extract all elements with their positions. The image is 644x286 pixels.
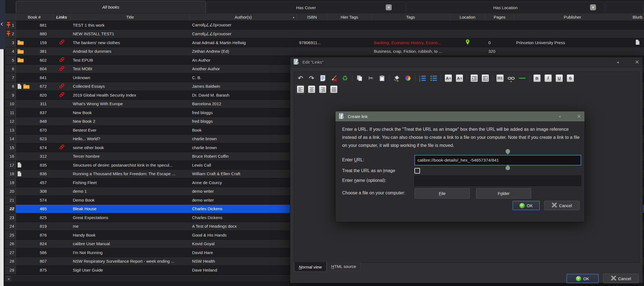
cell-links[interactable] [53,205,71,213]
cell-author[interactable]: charlie brown [190,135,297,143]
cell-title[interactable]: some other book [71,143,190,152]
column-header-tags[interactable]: Tags [372,13,450,21]
row-number-gutter[interactable]: 19 [5,178,16,187]
cell-hier-tags[interactable] [327,38,372,47]
align-right-icon[interactable] [319,86,327,93]
cell-links[interactable] [53,266,71,274]
cell-links[interactable] [53,91,71,99]
close-icon[interactable]: ✕ [577,113,581,120]
cell-book-number[interactable]: 574 [16,196,53,204]
row-number-gutter[interactable]: 1 [5,21,16,29]
cell-author[interactable]: Kovid Goyal [190,240,297,248]
cell-author[interactable]: James Baldwin [190,82,297,91]
folder-button[interactable]: Folder [476,188,531,199]
row-number-gutter[interactable]: 17 [5,161,16,169]
cell-links[interactable] [53,38,71,47]
background-color-icon[interactable] [393,74,401,82]
cell-title[interactable]: I'm Not Running [71,248,190,257]
cell-links[interactable] [53,143,71,152]
cell-book-number[interactable]: 674 [16,143,53,152]
cell-author[interactable]: fred bloggs [190,108,297,117]
cell-tags[interactable] [372,21,450,29]
cell-links[interactable] [53,152,71,161]
cell-isbn[interactable] [297,21,327,29]
cell-title[interactable]: Android for dummies [71,47,190,56]
cell-hier-tags[interactable] [327,47,372,56]
collapse-panel-chevron-icon[interactable]: ‹ [1,20,3,27]
cell-title[interactable]: NEW INSTALL TEST1 [71,30,190,38]
cell-title[interactable]: Test MOBI [71,65,190,73]
row-number-gutter[interactable]: 23 [5,213,16,222]
cell-location[interactable] [450,38,486,47]
outdent-icon[interactable] [481,74,489,82]
cell-author[interactable]: Another Author [190,65,297,73]
scroll-left-arrow-icon[interactable]: ◂ [6,276,11,281]
cell-location[interactable] [450,21,486,29]
cell-title[interactable]: Handy Book [71,231,190,239]
cell-book-number[interactable]: 381 [16,47,53,56]
cell-title[interactable]: NSW Respiratory Surveillance Report - we… [71,257,190,266]
cell-book-number[interactable]: 848 [16,117,53,126]
column-header-isbn[interactable]: ISBN [297,13,327,21]
foreground-color-icon[interactable] [404,74,412,82]
column-header-publisher[interactable]: Publisher [514,13,631,21]
cell-book-number[interactable]: 308 [16,187,53,196]
row-number-gutter[interactable]: 6 [5,65,16,73]
file-button[interactable]: File [415,188,470,199]
cell-links[interactable] [53,73,71,82]
cell-links[interactable] [53,222,71,231]
cell-book-number[interactable]: 837 [16,108,53,117]
undock-arrow-icon[interactable]: ◂ [617,60,619,65]
cell-isbn[interactable]: 97806911... [297,38,327,47]
row-number-gutter[interactable]: 24 [5,222,16,231]
cell-links[interactable] [53,196,71,204]
row-number-gutter[interactable]: 27 [5,248,16,257]
paste-icon[interactable] [378,74,386,82]
selection-handle-top[interactable] [506,149,510,154]
cell-author[interactable]: Charles Dickens [190,205,297,213]
insert-field-icon[interactable] [319,74,327,82]
row-number-gutter[interactable]: 2 [5,30,16,38]
cell-book-number[interactable]: 623 [16,135,53,143]
cell-links[interactable] [53,47,71,56]
insert-link-icon[interactable]: ▼ [507,74,515,82]
cell-links[interactable] [53,178,71,187]
undo-icon[interactable]: ↶ [297,74,304,82]
row-number-gutter[interactable]: 3 [5,38,16,47]
cell-title[interactable]: Fishing Fleet [71,178,190,187]
table-row[interactable]: 3159The bankers' new clothesAnat Admati … [5,38,644,47]
cell-links[interactable] [53,170,71,178]
ok-button[interactable]: ✓ OK [513,201,540,210]
row-number-gutter[interactable]: 25 [5,231,16,239]
align-center-icon[interactable] [308,86,315,93]
cell-title[interactable]: Test EPUB [71,56,190,64]
row-number-gutter[interactable]: 12 [5,117,16,126]
cell-title[interactable]: Collected Essays [71,82,190,91]
cell-blurb[interactable] [631,47,644,56]
cell-pages[interactable]: 320 [486,47,514,56]
cell-isbn[interactable] [297,30,327,38]
cell-links[interactable] [53,240,71,248]
underline-icon[interactable]: U [555,74,563,82]
selection-handle-bottom[interactable] [506,166,510,170]
row-number-gutter[interactable]: 4 [5,47,16,56]
row-number-gutter[interactable]: 14 [5,135,16,143]
cell-location[interactable] [450,30,486,38]
column-header-links[interactable]: Links [53,13,71,21]
cell-links[interactable] [53,161,71,169]
cell-author[interactable]: Dr. David M. Barash [190,91,297,99]
column-header-author[interactable]: Author(s)▲ [190,13,297,21]
cell-author[interactable]: Barcelona 2012 [190,100,297,108]
url-input[interactable] [414,155,581,165]
row-number-gutter[interactable]: 15 [5,143,16,152]
row-number-gutter[interactable]: 29 [5,266,16,274]
cell-publisher[interactable] [514,30,631,38]
cell-author[interactable]: Bruce Robert Coffin [190,152,297,161]
row-number-gutter[interactable]: 20 [5,187,16,196]
cell-title[interactable]: Unknown [71,73,190,82]
unordered-list-icon[interactable] [430,74,437,82]
cell-book-number[interactable]: 824 [16,240,53,248]
create-link-titlebar[interactable]: Create link ◂ ✕ [335,111,585,121]
ordered-list-icon[interactable]: 123 [419,74,426,82]
cell-book-number[interactable]: 881 [16,21,53,29]
